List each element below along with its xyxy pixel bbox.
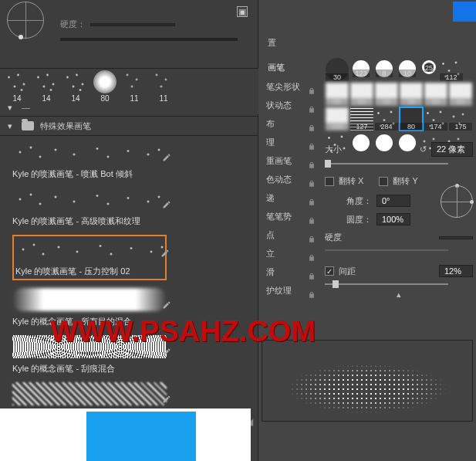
flipy-label: 翻转 Y (393, 175, 417, 187)
brush-option-item[interactable]: 护纹理 (258, 281, 320, 300)
spacing-label: 间距 (339, 266, 434, 277)
edit-icon (162, 200, 171, 209)
lock-icon (308, 175, 316, 183)
brush-tip-thumb[interactable]: 174 (424, 107, 447, 131)
brush-list: Kyle 的喷溅画笔 - 喷溅 Bot 倾斜Kyle 的喷溅画笔 - 高级喷溅和… (0, 137, 258, 422)
brush-option-item[interactable]: 递 (258, 188, 320, 207)
brush-tip-thumb[interactable]: 175 (449, 107, 472, 131)
brush-preview-top: 硬度： ▣ (0, 0, 258, 56)
hardness-slider[interactable] (90, 23, 175, 26)
brush-preset-panel: 硬度： ▣ 141414801111 — 特殊效果画笔 Kyle 的喷溅画笔 -… (0, 0, 258, 461)
active-tool-tab[interactable] (453, 2, 476, 22)
size-track[interactable] (60, 38, 238, 41)
lock-icon (308, 286, 316, 294)
spacing-slider[interactable] (325, 283, 448, 285)
flipx-label: 翻转 X (339, 175, 363, 187)
lock-icon (308, 83, 316, 90)
folder-row[interactable]: — (0, 99, 258, 116)
chevron-down-icon (8, 121, 15, 131)
brush-tip-thumb[interactable]: 123 (353, 60, 370, 77)
chevron-down-icon (8, 103, 15, 113)
angle-label: 角度： (346, 195, 372, 207)
brush-tip-thumb[interactable]: 112 (440, 58, 463, 81)
hardness-input[interactable] (439, 236, 473, 239)
hardness-slider-r[interactable] (325, 249, 448, 251)
brush-preset-item[interactable]: Kyle 的喷溅画笔 - 压力控制 02 (12, 235, 167, 280)
roundness-label: 圆度： (346, 214, 372, 225)
lock-icon (308, 120, 316, 127)
angle-control-display[interactable] (0, 0, 51, 51)
size-slider[interactable] (325, 163, 448, 164)
spacing-input[interactable]: 12% (439, 265, 473, 277)
brush-option-item[interactable]: 笔尖形状 (258, 77, 320, 96)
folder-row-special[interactable]: 特殊效果画笔 (0, 116, 258, 136)
edit-icon (162, 347, 171, 357)
brush-tip-thumb[interactable]: 50 (350, 83, 373, 106)
brush-tip-thumb[interactable]: 30 (400, 83, 423, 106)
spacing-checkbox[interactable] (325, 266, 334, 276)
brush-settings-panel: 置 画笔 笔尖形状状动态布理重画笔色动态递笔笔势点立滑护纹理 301238102… (258, 0, 476, 461)
lock-icon (308, 194, 316, 202)
flipy-checkbox[interactable] (379, 177, 388, 186)
brush-tip-thumb[interactable]: 100 (326, 107, 349, 131)
lock-icon (308, 101, 316, 109)
brush-tip-thumb[interactable]: 30 (326, 58, 349, 81)
lock-icon (308, 268, 316, 276)
brush-option-item[interactable]: 状动态 (258, 96, 320, 114)
flipx-checkbox[interactable] (325, 177, 334, 186)
new-preset-icon[interactable]: ▣ (237, 6, 248, 17)
size-label: 大小 (325, 144, 415, 155)
brush-tip-thumb[interactable]: 25 (375, 83, 398, 106)
lock-icon (308, 249, 316, 257)
brush-option-item[interactable]: 点 (258, 225, 320, 244)
edit-icon (162, 395, 171, 404)
folder-icon (22, 121, 34, 131)
angle-input[interactable]: 0° (376, 195, 410, 207)
brush-option-list: 笔尖形状状动态布理重画笔色动态递笔笔势点立滑护纹理 (258, 77, 320, 300)
reset-size-icon[interactable]: ↺ (420, 144, 427, 154)
hardness-label: 硬度： (60, 19, 86, 30)
brush-tip-thumb[interactable]: 80 (400, 107, 423, 131)
brush-controls: 大小 ↺ 22 像素 翻转 X 翻转 Y 角度： 0° 圆度： 100% 硬度 … (325, 136, 473, 300)
hardness-label-r: 硬度 (325, 232, 434, 243)
brush-option-item[interactable]: 滑 (258, 263, 320, 281)
brush-option-item[interactable]: 重画笔 (258, 151, 320, 170)
brush-tip-thumb[interactable]: 50 (424, 83, 447, 106)
stroke-preview (262, 340, 473, 422)
brush-option-item[interactable]: 立 (258, 244, 320, 263)
brush-subtab[interactable]: 画笔 (268, 62, 285, 73)
lock-icon (308, 212, 316, 220)
brush-option-item[interactable]: 布 (258, 114, 320, 133)
edit-icon (160, 249, 170, 258)
brush-tip-thumb[interactable]: 127 (350, 107, 373, 131)
brush-tip-thumb[interactable]: 60 (449, 83, 472, 106)
lock-icon (308, 138, 316, 146)
brush-option-item[interactable]: 笔笔势 (258, 207, 320, 225)
brush-preset-item[interactable]: Kyle 的喷溅画笔 - 喷溅 Bot 倾斜 (12, 141, 167, 180)
roundness-input[interactable]: 100% (376, 213, 410, 225)
brush-tip-thumb[interactable]: 10 (399, 60, 416, 77)
brush-tip-thumb[interactable]: 8 (376, 60, 393, 77)
edit-icon (162, 300, 171, 310)
brush-tip-thumb[interactable]: 25 (422, 60, 436, 74)
brush-preset-item[interactable]: Kyle 的喷溅画笔 - 高级喷溅和纹理 (12, 188, 167, 227)
brush-tip-thumb[interactable]: 284 (375, 107, 398, 131)
brush-tip-thumb[interactable]: 60 (326, 83, 349, 106)
lock-icon (308, 157, 316, 164)
brush-option-item[interactable]: 理 (258, 133, 320, 151)
brush-option-item[interactable]: 色动态 (258, 170, 320, 188)
size-input[interactable]: 22 像素 (431, 142, 473, 157)
angle-widget[interactable] (441, 185, 473, 218)
settings-tab[interactable]: 置 (268, 37, 276, 49)
canvas-fill (86, 412, 196, 461)
watermark-text: WWW.PSAHZ.COM (50, 315, 316, 348)
folder-name: 特殊效果画笔 (40, 120, 91, 132)
lock-icon (308, 231, 316, 239)
edit-icon (162, 153, 171, 162)
